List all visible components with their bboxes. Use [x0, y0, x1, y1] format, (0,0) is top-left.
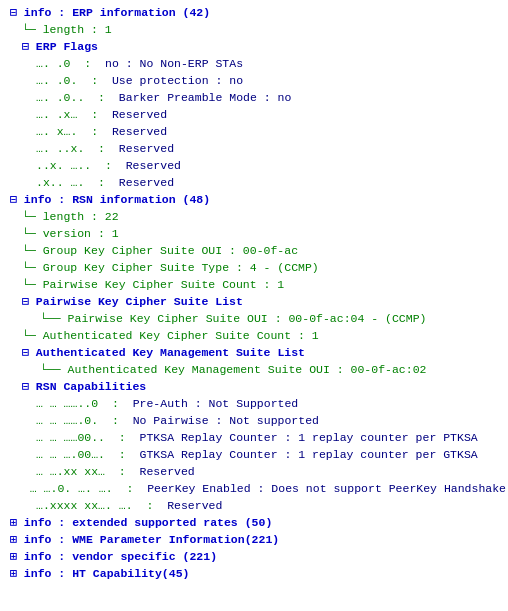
- erp-flag-res4-prefix: ..x. ….. :: [36, 157, 126, 174]
- rsn-cap-nopairwise-row: … … …….0. : No Pairwise : Not supported: [2, 412, 506, 429]
- erp-flag-res2-prefix: …. x…. :: [36, 123, 112, 140]
- rsn-cap-gtksa-value: GTKSA Replay Counter : 1 replay counter …: [140, 446, 478, 463]
- rsn-cap-res2-value: Reserved: [167, 497, 222, 514]
- rsn-cap-gtksa-prefix: … … ….00…. :: [36, 446, 140, 463]
- erp-flags-expand[interactable]: ⊟: [22, 38, 29, 55]
- rsn-cap-preauth-row: … … ……..0 : Pre-Auth : Not Supported: [2, 395, 506, 412]
- erp-flag-res3-row: …. ..x. : Reserved: [2, 140, 506, 157]
- ht-capability-expand[interactable]: ⊞: [10, 565, 17, 582]
- rsn-pairwise-count-label: Pairwise Key Cipher Suite Count : 1: [36, 276, 284, 293]
- rsn-pairwise-oui-connector: └──: [40, 310, 61, 327]
- rsn-cap-preauth-value: Pre-Auth : Not Supported: [133, 395, 299, 412]
- rsn-cap-gtksa-row: … … ….00…. : GTKSA Replay Counter : 1 re…: [2, 446, 506, 463]
- erp-flag-res1-prefix: …. .x… :: [36, 106, 112, 123]
- rsn-auth-count-label: Authenticated Key Cipher Suite Count : 1: [36, 327, 319, 344]
- tree-container: ⊟ info : ERP information (42) └─ length …: [2, 4, 506, 582]
- rsn-auth-list-expand[interactable]: ⊟: [22, 344, 29, 361]
- rsn-group-type-row: └─ Group Key Cipher Suite Type : 4 - (CC…: [2, 259, 506, 276]
- rsn-auth-oui-connector: └──: [40, 361, 61, 378]
- rsn-capabilities-expand[interactable]: ⊟: [22, 378, 29, 395]
- rsn-cap-peerkey-value: PeerKey Enabled : Does not support PeerK…: [147, 480, 506, 497]
- ht-capability-row[interactable]: ⊞ info : HT Capability(45): [2, 565, 506, 582]
- wme-param-row[interactable]: ⊞ info : WME Parameter Information(221): [2, 531, 506, 548]
- rsn-pairwise-oui-row: └── Pairwise Key Cipher Suite OUI : 00-0…: [2, 310, 506, 327]
- rsn-pairwise-count-row: └─ Pairwise Key Cipher Suite Count : 1: [2, 276, 506, 293]
- erp-flag-no-erp-row: …. .0 : no : No Non-ERP STAs: [2, 55, 506, 72]
- erp-info-row[interactable]: ⊟ info : ERP information (42): [2, 4, 506, 21]
- erp-flag-res4-row: ..x. ….. : Reserved: [2, 157, 506, 174]
- erp-length-row: └─ length : 1: [2, 21, 506, 38]
- rsn-group-oui-row: └─ Group Key Cipher Suite OUI : 00-0f-ac: [2, 242, 506, 259]
- erp-flag-no-erp-value: no : No Non-ERP STAs: [105, 55, 243, 72]
- rsn-version-row: └─ version : 1: [2, 225, 506, 242]
- rsn-pairwise-oui-label: Pairwise Key Cipher Suite OUI : 00-0f-ac…: [61, 310, 427, 327]
- extended-rates-row[interactable]: ⊞ info : extended supported rates (50): [2, 514, 506, 531]
- rsn-group-type-label: Group Key Cipher Suite Type : 4 - (CCMP): [36, 259, 319, 276]
- rsn-length-row: └─ length : 22: [2, 208, 506, 225]
- erp-flag-res5-prefix: .x.. …. :: [36, 174, 119, 191]
- erp-flags-row[interactable]: ⊟ ERP Flags: [2, 38, 506, 55]
- rsn-pairwise-count-connector: └─: [22, 276, 36, 293]
- rsn-version-connector: └─: [22, 225, 36, 242]
- extended-rates-expand[interactable]: ⊞: [10, 514, 17, 531]
- wme-param-label: info : WME Parameter Information(221): [17, 531, 279, 548]
- rsn-pairwise-list-expand[interactable]: ⊟: [22, 293, 29, 310]
- rsn-group-oui-label: Group Key Cipher Suite OUI : 00-0f-ac: [36, 242, 298, 259]
- rsn-capabilities-label: RSN Capabilities: [29, 378, 146, 395]
- rsn-cap-res2-row: ….xxxx xx…. …. : Reserved: [2, 497, 506, 514]
- rsn-info-label: info : RSN information (48): [17, 191, 210, 208]
- erp-flag-use-protection-prefix: …. .0. :: [36, 72, 112, 89]
- vendor-specific-label: info : vendor specific (221): [17, 548, 217, 565]
- rsn-capabilities-row[interactable]: ⊟ RSN Capabilities: [2, 378, 506, 395]
- erp-flag-res1-value: Reserved: [112, 106, 167, 123]
- rsn-auth-count-row: └─ Authenticated Key Cipher Suite Count …: [2, 327, 506, 344]
- rsn-cap-res1-prefix: … ….xx xx… :: [36, 463, 140, 480]
- rsn-auth-count-connector: └─: [22, 327, 36, 344]
- wme-param-expand[interactable]: ⊞: [10, 531, 17, 548]
- rsn-pairwise-list-row[interactable]: ⊟ Pairwise Key Cipher Suite List: [2, 293, 506, 310]
- rsn-auth-oui-label: Authenticated Key Management Suite OUI :…: [61, 361, 427, 378]
- extended-rates-label: info : extended supported rates (50): [17, 514, 272, 531]
- erp-flag-barker-row: …. .0.. : Barker Preamble Mode : no: [2, 89, 506, 106]
- erp-flag-res4-value: Reserved: [126, 157, 181, 174]
- rsn-cap-ptksa-row: … … ……00.. : PTKSA Replay Counter : 1 re…: [2, 429, 506, 446]
- rsn-cap-res2-prefix: ….xxxx xx…. …. :: [36, 497, 167, 514]
- rsn-cap-ptksa-prefix: … … ……00.. :: [36, 429, 140, 446]
- erp-flag-no-erp-prefix: …. .0 :: [36, 55, 105, 72]
- erp-flag-res5-row: .x.. …. : Reserved: [2, 174, 506, 191]
- erp-info-label: info : ERP information (42): [17, 4, 210, 21]
- rsn-group-type-connector: └─: [22, 259, 36, 276]
- erp-flag-use-protection-row: …. .0. : Use protection : no: [2, 72, 506, 89]
- erp-expand-icon[interactable]: ⊟: [10, 4, 17, 21]
- rsn-cap-peerkey-row: … ….0. …. …. : PeerKey Enabled : Does no…: [2, 480, 506, 497]
- rsn-version-label: version : 1: [36, 225, 119, 242]
- rsn-auth-oui-row: └── Authenticated Key Management Suite O…: [2, 361, 506, 378]
- erp-length-label: length : 1: [36, 21, 112, 38]
- erp-flag-res3-prefix: …. ..x. :: [36, 140, 119, 157]
- rsn-cap-preauth-prefix: … … ……..0 :: [36, 395, 133, 412]
- erp-flag-res1-row: …. .x… : Reserved: [2, 106, 506, 123]
- rsn-cap-nopairwise-value: No Pairwise : Not supported: [133, 412, 319, 429]
- erp-flag-res3-value: Reserved: [119, 140, 174, 157]
- rsn-info-row[interactable]: ⊟ info : RSN information (48): [2, 191, 506, 208]
- erp-flag-barker-prefix: …. .0.. :: [36, 89, 119, 106]
- rsn-cap-res1-value: Reserved: [140, 463, 195, 480]
- rsn-length-connector: └─: [22, 208, 36, 225]
- rsn-pairwise-list-label: Pairwise Key Cipher Suite List: [29, 293, 243, 310]
- rsn-cap-nopairwise-prefix: … … …….0. :: [36, 412, 133, 429]
- rsn-group-oui-connector: └─: [22, 242, 36, 259]
- rsn-cap-peerkey-prefix: … ….0. …. …. :: [30, 480, 147, 497]
- rsn-expand-icon[interactable]: ⊟: [10, 191, 17, 208]
- rsn-auth-list-label: Authenticated Key Management Suite List: [29, 344, 305, 361]
- rsn-auth-list-row[interactable]: ⊟ Authenticated Key Management Suite Lis…: [2, 344, 506, 361]
- erp-flag-res2-value: Reserved: [112, 123, 167, 140]
- erp-flag-barker-value: Barker Preamble Mode : no: [119, 89, 292, 106]
- erp-flags-label: ERP Flags: [29, 38, 98, 55]
- rsn-length-label: length : 22: [36, 208, 119, 225]
- erp-flag-res5-value: Reserved: [119, 174, 174, 191]
- erp-flag-res2-row: …. x…. : Reserved: [2, 123, 506, 140]
- vendor-specific-row[interactable]: ⊞ info : vendor specific (221): [2, 548, 506, 565]
- erp-flag-use-protection-value: Use protection : no: [112, 72, 243, 89]
- rsn-cap-ptksa-value: PTKSA Replay Counter : 1 replay counter …: [140, 429, 478, 446]
- vendor-specific-expand[interactable]: ⊞: [10, 548, 17, 565]
